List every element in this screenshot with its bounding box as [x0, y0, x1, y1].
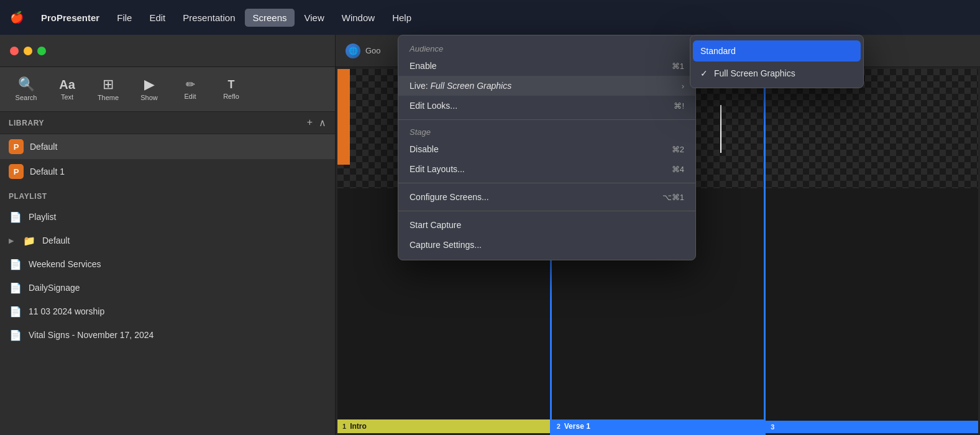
disable-label: Disable [410, 144, 439, 154]
menu-window[interactable]: Window [334, 9, 382, 27]
globe-icon: 🌐 [346, 44, 360, 58]
menu-disable[interactable]: Disable ⌘2 [398, 139, 695, 159]
slide-cell-3[interactable]: 3 [766, 69, 978, 433]
playlist-item-playlist[interactable]: 📄 Playlist [0, 205, 335, 229]
disable-shortcut: ⌘2 [672, 145, 684, 154]
playlist-item-label-weekend: Weekend Services [29, 259, 101, 269]
playlist-item-default[interactable]: ▶ 📁 Default [0, 229, 335, 252]
library-actions: + ∧ [307, 117, 326, 129]
search-icon: 🔍 [18, 78, 35, 91]
library-title: LIBRARY [9, 119, 44, 127]
playlist-item-worship[interactable]: 📄 11 03 2024 worship [0, 300, 335, 323]
slide-cursor-2 [720, 105, 721, 153]
submenu-standard[interactable]: Standard [693, 40, 861, 62]
playlist-item-label-worship: 11 03 2024 worship [29, 306, 104, 316]
menu-live[interactable]: Live: Full Screen Graphics › [398, 76, 695, 96]
text-button[interactable]: Aa Text [48, 75, 86, 104]
show-button[interactable]: ▶ Show [131, 74, 168, 105]
theme-button[interactable]: ⊞ Theme [89, 74, 127, 105]
screens-dropdown-menu: Audience Enable ⌘1 Live: Full Screen Gra… [398, 35, 696, 260]
playlist-item-label-default: Default [42, 236, 70, 245]
menu-screens[interactable]: Screens [245, 9, 294, 27]
edit-looks-label: Edit Looks... [410, 101, 457, 111]
live-submenu-arrow-icon: › [682, 81, 684, 91]
live-prefix: Live: [410, 81, 428, 91]
main-topbar-label: Goo [365, 46, 381, 55]
library-item-icon: P [9, 139, 24, 154]
menu-enable[interactable]: Enable ⌘1 [398, 56, 695, 76]
playlist-item-weekend[interactable]: 📄 Weekend Services [0, 252, 335, 276]
slide-title-1: Intro [350, 422, 367, 431]
library-collapse-button[interactable]: ∧ [319, 117, 326, 129]
library-item-default1[interactable]: P Default 1 [0, 159, 335, 184]
library-add-button[interactable]: + [307, 117, 313, 129]
configure-label: Configure Screens... [410, 192, 489, 202]
minimize-button[interactable] [24, 47, 32, 55]
playlist-item-label-playlist: Playlist [29, 212, 56, 222]
edit-layouts-label: Edit Layouts... [410, 164, 465, 174]
search-button[interactable]: 🔍 Search [7, 74, 45, 105]
playlist-vital-icon: 📄 [9, 328, 22, 342]
audience-section-label: Audience [398, 40, 695, 56]
library-item1-label: Default 1 [30, 167, 65, 176]
start-capture-label: Start Capture [410, 220, 461, 230]
playlist-weekend-icon: 📄 [9, 257, 22, 271]
playlist-item-daily[interactable]: 📄 DailySignage [0, 276, 335, 300]
show-label: Show [140, 94, 158, 101]
menu-start-capture[interactable]: Start Capture [398, 215, 695, 235]
submenu-full-screen[interactable]: ✓ Full Screen Graphics [690, 63, 863, 84]
maximize-button[interactable] [37, 47, 46, 55]
library-header: LIBRARY + ∧ [0, 112, 335, 134]
playlist-item-vital[interactable]: 📄 Vital Signs - November 17, 2024 [0, 323, 335, 347]
close-button[interactable] [10, 47, 19, 55]
live-label: Live: Full Screen Graphics [410, 81, 511, 91]
menu-bar: 🍎 ProPresenter File Edit Presentation Sc… [0, 0, 980, 35]
enable-shortcut: ⌘1 [672, 62, 684, 71]
edit-label: Edit [185, 93, 196, 100]
menu-view[interactable]: View [297, 9, 332, 27]
slide-title-2: Verse 1 [564, 422, 590, 431]
separator-3 [398, 211, 695, 211]
playlist-doc-icon: 📄 [9, 210, 22, 224]
slide-num-1: 1 [342, 423, 346, 430]
enable-label: Enable [410, 61, 437, 71]
menu-app-name[interactable]: ProPresenter [34, 9, 107, 27]
text-icon: Aa [59, 78, 75, 91]
theme-icon: ⊞ [103, 78, 114, 91]
menu-presentation[interactable]: Presentation [175, 9, 242, 27]
configure-shortcut: ⌥⌘1 [662, 193, 684, 202]
menu-help[interactable]: Help [385, 9, 419, 27]
library-item1-icon: P [9, 164, 24, 179]
text-label: Text [61, 93, 73, 101]
check-mark-icon: ✓ [700, 68, 708, 78]
playlist-daily-icon: 📄 [9, 281, 22, 295]
reflow-label: Reflo [223, 93, 239, 100]
playlist-folder-icon: 📁 [22, 234, 36, 247]
full-screen-label: Full Screen Graphics [714, 68, 795, 78]
standard-label: Standard [700, 46, 736, 56]
screens-submenu: Standard ✓ Full Screen Graphics [690, 35, 864, 88]
live-italic: Full Screen Graphics [430, 81, 511, 91]
reflow-button[interactable]: T Reflo [213, 75, 250, 104]
edit-button[interactable]: ✏ Edit [172, 75, 209, 104]
show-icon: ▶ [144, 78, 155, 91]
slide-label-1: 1 Intro [337, 419, 550, 433]
library-item-default[interactable]: P Default [0, 134, 335, 159]
reflow-icon: T [228, 79, 235, 90]
menu-configure-screens[interactable]: Configure Screens... ⌥⌘1 [398, 187, 695, 207]
edit-layouts-shortcut: ⌘4 [672, 165, 684, 174]
playlist-worship-icon: 📄 [9, 304, 22, 318]
library-item-label: Default [30, 142, 57, 152]
playlist-title: PLAYLIST [9, 192, 47, 201]
menu-edit[interactable]: Edit [142, 9, 173, 27]
menu-edit-looks[interactable]: Edit Looks... ⌘! [398, 96, 695, 116]
apple-logo-icon[interactable]: 🍎 [10, 11, 24, 24]
playlist-chevron-icon: ▶ [9, 237, 14, 245]
menu-edit-layouts[interactable]: Edit Layouts... ⌘4 [398, 159, 695, 179]
separator-1 [398, 119, 695, 120]
playlist-header: PLAYLIST [0, 184, 335, 205]
stage-section-label: Stage [398, 124, 695, 139]
menu-capture-settings[interactable]: Capture Settings... [398, 235, 695, 255]
toolbar: 🔍 Search Aa Text ⊞ Theme ▶ Show ✏ Edit T [0, 67, 335, 112]
menu-file[interactable]: File [109, 9, 139, 27]
